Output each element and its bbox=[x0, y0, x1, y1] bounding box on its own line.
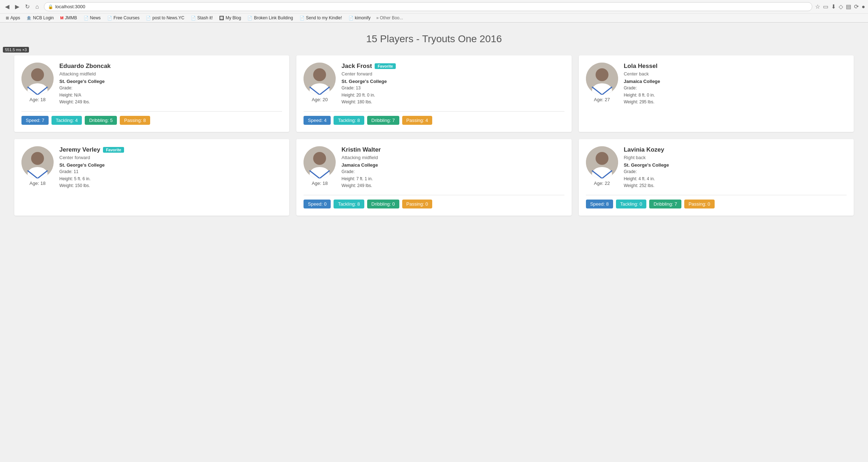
more-bookmarks-label: » Other Boo... bbox=[376, 15, 403, 20]
player-info: Jeremy Verley Favorite Center forward St… bbox=[59, 146, 282, 189]
nav-buttons: ◀ ▶ ↻ ⌂ bbox=[3, 3, 41, 11]
player-name-row: Kristin Walter bbox=[341, 146, 564, 153]
player-details: Grade: Height: N/A Weight: 249 lbs. bbox=[59, 85, 282, 105]
player-age: Age: 18 bbox=[30, 97, 46, 102]
card-divider bbox=[304, 195, 564, 195]
card-top: Age: 18 Jeremy Verley Favorite Center fo… bbox=[21, 146, 282, 189]
player-name: Lola Hessel bbox=[624, 63, 658, 70]
bookmark-news[interactable]: 📄 News bbox=[81, 15, 104, 21]
player-avatar bbox=[586, 63, 618, 95]
player-avatar bbox=[21, 63, 54, 95]
bookmark-free-courses[interactable]: 📄 Free Courses bbox=[104, 15, 143, 21]
page-content: 15 Players - Tryouts One 2016 bbox=[0, 23, 868, 461]
bookmark-jmmb-label: JMMB bbox=[65, 15, 77, 20]
player-name: Kristin Walter bbox=[341, 146, 381, 153]
bookmark-free-courses-label: Free Courses bbox=[114, 15, 140, 20]
skills-row: Speed: 0 Tackling: 8 Dribbling: 0 Passin… bbox=[304, 200, 564, 208]
bookmark-kindle[interactable]: 📄 Send to my Kindle! bbox=[297, 15, 345, 21]
ncb-icon: 🏦 bbox=[26, 16, 31, 20]
svg-point-19 bbox=[31, 152, 44, 165]
card-top: Age: 22 Lavinia Kozey Right back St. Geo… bbox=[586, 146, 847, 189]
address-bar[interactable]: 🔒 localhost:3000 bbox=[44, 2, 813, 11]
player-details: Grade: 11 Height: 5 ft. 6 in. Weight: 15… bbox=[59, 168, 282, 189]
player-name: Eduardo Zboncak bbox=[59, 63, 111, 70]
reload-button[interactable]: ↻ bbox=[23, 3, 32, 11]
card-top: Age: 18 Eduardo Zboncak Attacking midfie… bbox=[21, 63, 282, 105]
player-age: Age: 18 bbox=[30, 181, 46, 186]
player-name: Lavinia Kozey bbox=[624, 146, 664, 153]
skills-row: Speed: 4 Tackling: 8 Dribbling: 7 Passin… bbox=[304, 116, 564, 125]
player-position: Right back bbox=[624, 155, 847, 160]
player-name-row: Jack Frost Favorite bbox=[341, 63, 564, 70]
player-info: Lavinia Kozey Right back St. George's Co… bbox=[624, 146, 847, 189]
cast-icon[interactable]: ▭ bbox=[823, 3, 828, 10]
forward-button[interactable]: ▶ bbox=[13, 3, 21, 11]
browser-toolbar: ◀ ▶ ↻ ⌂ 🔒 localhost:3000 ☆ ▭ ⬇ ◇ ▤ ⟳ ● bbox=[0, 0, 868, 13]
home-button[interactable]: ⌂ bbox=[33, 3, 41, 11]
url-text: localhost:3000 bbox=[55, 4, 85, 9]
download-icon[interactable]: ⬇ bbox=[831, 3, 836, 10]
bookmark-ncb[interactable]: 🏦 NCB Login bbox=[24, 15, 56, 21]
player-age: Age: 22 bbox=[594, 181, 610, 186]
history-icon[interactable]: ⟳ bbox=[854, 3, 859, 10]
blog-icon: 🔲 bbox=[219, 16, 224, 20]
players-grid: Age: 18 Eduardo Zboncak Attacking midfie… bbox=[14, 55, 854, 216]
skill-tackling: Tackling: 8 bbox=[334, 116, 364, 125]
more-bookmarks[interactable]: » Other Boo... bbox=[374, 15, 405, 21]
skill-dribbling: Dribbling: 5 bbox=[85, 116, 117, 125]
player-card[interactable]: Age: 18 Eduardo Zboncak Attacking midfie… bbox=[14, 55, 289, 132]
browser-chrome: ◀ ▶ ↻ ⌂ 🔒 localhost:3000 ☆ ▭ ⬇ ◇ ▤ ⟳ ● ⊞… bbox=[0, 0, 868, 23]
skill-dribbling: Dribbling: 0 bbox=[367, 200, 399, 208]
bookmark-blog[interactable]: 🔲 My Blog bbox=[216, 15, 244, 21]
card-divider bbox=[21, 111, 282, 112]
bookmark-kimonify[interactable]: 📄 kimonify bbox=[346, 15, 374, 21]
card-top: Age: 27 Lola Hessel Center back Jamaica … bbox=[586, 63, 847, 105]
profile-icon[interactable]: ● bbox=[862, 4, 865, 10]
player-age: Age: 27 bbox=[594, 97, 610, 102]
player-card[interactable]: Age: 20 Jack Frost Favorite Center forwa… bbox=[296, 55, 571, 132]
bookmark-broken-links-label: Broken Link Building bbox=[254, 15, 293, 20]
skill-dribbling: Dribbling: 7 bbox=[367, 116, 399, 125]
player-info: Kristin Walter Attacking midfield Jamaic… bbox=[341, 146, 564, 189]
bookmark-post-yc[interactable]: 📄 post to News.YC bbox=[143, 15, 187, 21]
player-avatar bbox=[586, 146, 618, 178]
jmmb-icon: M bbox=[60, 16, 63, 20]
bookmark-apps-label: Apps bbox=[10, 15, 20, 20]
player-position: Center back bbox=[624, 71, 847, 77]
film-icon[interactable]: ▤ bbox=[846, 3, 851, 10]
card-top: Age: 20 Jack Frost Favorite Center forwa… bbox=[304, 63, 564, 105]
extension-icon[interactable]: ◇ bbox=[839, 3, 843, 10]
star-icon[interactable]: ☆ bbox=[815, 3, 820, 10]
bookmark-jmmb[interactable]: M JMMB bbox=[57, 15, 80, 21]
back-button[interactable]: ◀ bbox=[3, 3, 11, 11]
bookmarks-bar: ⊞ Apps 🏦 NCB Login M JMMB 📄 News 📄 Free … bbox=[0, 13, 868, 22]
bookmark-broken-links[interactable]: 📄 Broken Link Building bbox=[245, 15, 296, 21]
svg-point-14 bbox=[596, 68, 608, 81]
skill-passing: Passing: 0 bbox=[684, 200, 715, 208]
skills-row: Speed: 8 Tackling: 0 Dribbling: 7 Passin… bbox=[586, 200, 847, 208]
skills-row: Speed: 7 Tackling: 4 Dribbling: 5 Passin… bbox=[21, 116, 282, 125]
player-school: St. George's College bbox=[624, 162, 847, 168]
player-name-row: Jeremy Verley Favorite bbox=[59, 146, 282, 153]
svg-point-29 bbox=[596, 152, 608, 165]
player-card[interactable]: Age: 27 Lola Hessel Center back Jamaica … bbox=[579, 55, 854, 132]
security-icon: 🔒 bbox=[48, 4, 53, 9]
bookmark-news-label: News bbox=[90, 15, 101, 20]
page-title: 15 Players - Tryouts One 2016 bbox=[14, 30, 854, 45]
courses-icon: 📄 bbox=[107, 16, 112, 20]
player-info: Jack Frost Favorite Center forward St. G… bbox=[341, 63, 564, 105]
player-avatar bbox=[21, 146, 54, 178]
bookmark-apps[interactable]: ⊞ Apps bbox=[3, 15, 23, 21]
bookmark-kimonify-label: kimonify bbox=[355, 15, 371, 20]
player-card[interactable]: Age: 22 Lavinia Kozey Right back St. Geo… bbox=[579, 139, 854, 216]
player-card[interactable]: Age: 18 Kristin Walter Attacking midfiel… bbox=[296, 139, 571, 216]
player-card[interactable]: Age: 18 Jeremy Verley Favorite Center fo… bbox=[14, 139, 289, 216]
player-details: Grade: Height: 4 ft. 4 in. Weight: 252 l… bbox=[624, 168, 847, 189]
player-school: St. George's College bbox=[59, 162, 282, 168]
skill-speed: Speed: 8 bbox=[586, 200, 613, 208]
bookmark-stash[interactable]: 📄 Stash it! bbox=[188, 15, 216, 21]
bookmark-ncb-label: NCB Login bbox=[33, 15, 54, 20]
player-info: Lola Hessel Center back Jamaica College … bbox=[624, 63, 847, 105]
player-name-row: Lola Hessel bbox=[624, 63, 847, 70]
svg-point-4 bbox=[31, 68, 44, 81]
